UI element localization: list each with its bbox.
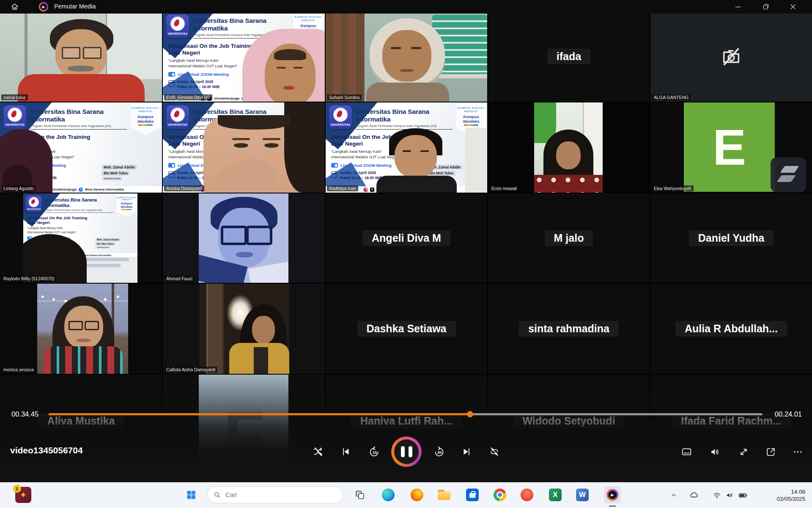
video-thumbnail [326,102,487,193]
participant-name-label: ALGA GANTENG [652,94,691,100]
participant-tile: Ahmad Fauzi [163,193,325,283]
participant-tile: sinta rahmadina [488,284,650,374]
svg-text:10: 10 [372,450,377,455]
participant-name-card: Angeli Diva M [362,230,450,246]
home-icon[interactable] [8,2,21,11]
participant-tile: M jalo [488,193,650,283]
participant-tile: Daniel Yudha [650,193,812,283]
rewind-10-button[interactable]: 10 [365,443,382,460]
banner-subtitle: Program Studi Perhotelan Kampus kota Yog… [45,209,113,213]
active-app-indicator [609,505,616,507]
video-thumbnail [199,193,288,283]
video-thumbnail: UNIVERSITAS Universitas Bina Sarana Info… [23,193,137,283]
task-view-button[interactable] [351,486,368,503]
tray-volume-icon[interactable] [724,490,735,501]
participant-tile: zainal tulus [0,11,162,102]
cast-to-device-button[interactable] [762,443,779,460]
participant-tile: UNIVERSITAS Universitas Bina Sarana Info… [0,102,162,193]
fullscreen-button[interactable] [735,443,752,460]
repeat-off-button[interactable] [486,443,503,460]
media-player-taskbar-icon[interactable]: ▶ [604,486,621,503]
restore-button[interactable] [756,0,776,14]
participant-name-card: Aulia R Abdullah... [675,321,787,337]
university-logo: UNIVERSITAS [26,196,42,213]
taskbar-search[interactable] [207,486,343,503]
volume-button[interactable] [706,443,723,460]
participant-tile: Angeli Diva M [326,193,487,283]
search-icon [214,491,220,498]
seek-bar[interactable] [49,413,763,415]
next-track-button[interactable] [458,443,475,460]
speaker-block: Moh. Zainal Abidin Bin Moh Tulus Narasum… [95,237,121,249]
pause-bar [401,446,405,457]
word-icon[interactable]: W [574,486,591,503]
participant-name-label: Radhitya Ivan [327,185,358,191]
video-thumbnail [163,11,325,102]
player-controls: video1345056704 10 30 [0,435,812,467]
onedrive-cloud-icon[interactable] [689,490,700,501]
participant-tile: Aulia R Abdullah... [650,284,812,374]
participant-name-card: ifada [547,49,590,64]
seek-bar-fill [49,413,470,415]
banner-title: Universitas Bina Sarana Informatika [45,197,113,208]
participant-tile: UNIVERSITAS Universitas Bina Sarana Info… [163,102,325,193]
avatar-initial: E [684,102,775,192]
video-thumbnail [534,102,603,193]
participant-tile: ifada [488,11,650,102]
taskbar-clock[interactable]: 14.08 02/05/2025 [776,488,805,502]
tray-expand-chevron[interactable] [668,490,679,501]
shuffle-off-button[interactable] [310,443,327,460]
firefox-icon[interactable] [409,486,425,503]
participant-name-card: M jalo [545,230,593,246]
title-bar: ▶ Pemutar Media [0,0,812,14]
search-input[interactable] [225,491,328,499]
participant-name-label: Lintang Agustin [1,185,36,191]
video-thumbnail [37,284,128,374]
more-options-button[interactable] [789,443,806,460]
video-thumbnail [200,284,289,374]
participant-name-label: Anisha Damayanti [164,185,204,191]
pause-button[interactable] [391,436,422,467]
video-thumbnail [163,102,325,193]
previous-track-button[interactable] [337,443,354,460]
clock-date: 02/05/2025 [776,495,805,502]
participant-tile: monica yessica [0,284,162,374]
remaining-time: 00.24.01 [775,410,802,418]
participant-tile: Ernis mawati [488,102,650,193]
file-explorer-icon[interactable] [436,486,453,503]
event-tagline: "Langkah Awal Menuju Karir [27,226,102,230]
start-button[interactable] [183,486,200,503]
minimize-button[interactable] [728,0,748,14]
battery-icon[interactable] [738,490,749,501]
participant-name-label: Callista Aisha Damayanti [164,367,217,373]
participant-name-label: monica yessica [1,367,36,373]
opera-icon[interactable] [518,486,535,503]
participant-name-label: Suharti Sumitra [327,94,362,100]
notification-app-icon[interactable]: ✦ 5 [15,487,31,503]
wifi-icon[interactable] [711,490,722,501]
edge-icon[interactable] [380,486,397,503]
video-thumbnail [0,102,162,193]
participant-name-card: Dashka Setiawa [357,321,456,337]
recorder-watermark-icon [771,157,806,192]
media-title: video1345056704 [10,445,83,456]
elapsed-time: 00.34.45 [11,410,38,418]
participant-name-label: Raylodo Willy (51240070) [1,276,56,282]
excel-icon[interactable]: X [547,486,564,503]
svg-text:30: 30 [437,450,442,455]
video-thumbnail [326,11,487,102]
subtitles-button[interactable] [678,443,695,460]
participant-tile: UNIVERSITAS Universitas Bina Sarana Info… [0,193,162,283]
participant-tile: ALGA GANTENG [650,11,812,102]
seek-knob[interactable] [467,411,473,417]
chrome-icon[interactable] [491,486,508,503]
participant-name-card: Daniel Yudha [689,230,774,246]
pause-bar [409,446,412,457]
participant-tile: UNIVERSITAS Universitas Bina Sarana Info… [326,102,487,193]
notification-badge: 5 [13,485,21,493]
event-name: Sosialisasi On the Job Training [27,216,102,221]
forward-30-button[interactable]: 30 [431,443,447,460]
store-icon[interactable] [464,486,481,503]
close-button[interactable] [783,0,803,14]
kampus-merdeka-badge: KAMPUS DIGITAL KREATIF Kampus Merdeka [116,194,137,217]
